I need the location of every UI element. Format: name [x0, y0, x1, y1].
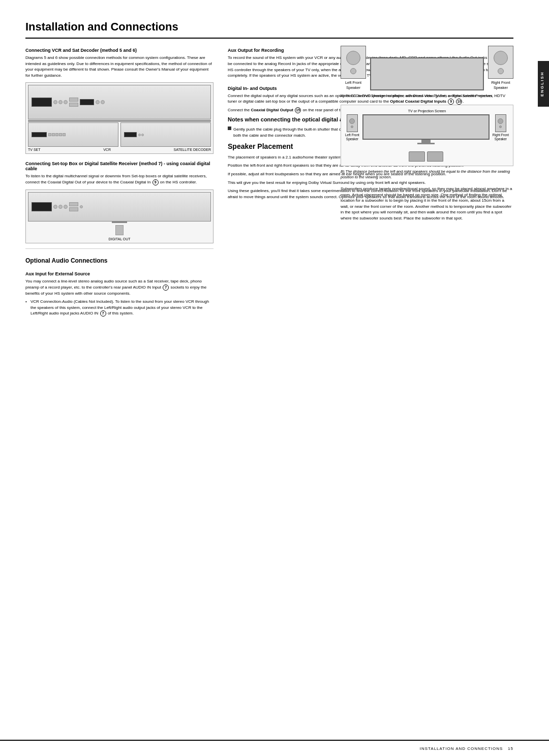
label-diag-b-left1: Left Front — [345, 133, 359, 137]
right-front-speaker-box: Right Front Speaker — [488, 46, 513, 90]
diag-b-tv-screen — [362, 114, 490, 140]
label-left-speaker: Speaker — [346, 85, 360, 90]
cable-line-1 — [28, 120, 211, 122]
ctrl-knob-5 — [101, 100, 105, 104]
right-front-speaker-label: Right Front Speaker — [491, 80, 510, 90]
section2-body2: on the HS controller. — [160, 180, 197, 184]
bullet-item-1: VCR Connection-Audio (Cables Not Include… — [25, 299, 214, 317]
aux-input-body: You may connect a line-level stereo anal… — [25, 278, 214, 296]
label-right-front: Right Front — [491, 80, 510, 85]
page-title: Installation and Connections — [25, 20, 513, 39]
ctrl-knob-6 — [53, 205, 57, 209]
right-speaker-cone-small — [498, 68, 504, 74]
square-bullet-icon — [228, 127, 231, 130]
sat-btn-1 — [138, 134, 141, 136]
circle-9: 9 — [152, 179, 159, 185]
section1-body: Diagrams 5 and 6 show possible connectio… — [25, 55, 214, 78]
section2-title: Connecting Set-top Box or Digital Satell… — [25, 161, 214, 171]
diag-b-left-label: Left Front Speaker — [345, 133, 359, 142]
sat-btn-2 — [141, 134, 144, 136]
left-speaker-cone-small — [350, 68, 356, 74]
left-column: Connecting VCR and Sat Decoder (method 5… — [25, 48, 214, 319]
label-diag-b-left2: Speaker — [346, 137, 358, 141]
diag-b-left-speaker-icon — [347, 114, 358, 132]
device-row-2 — [28, 122, 211, 147]
satellite-device — [120, 122, 211, 147]
diag-b-tv-label: TV or Projection Screen — [345, 109, 509, 113]
subwoofer-body: Subwoofers produce largely nondirectiona… — [341, 186, 513, 222]
speaker-diagram-b: TV or Projection Screen Left Front Speak… — [341, 105, 513, 166]
english-tab: ENGLISH — [538, 61, 549, 107]
diag-b-right-label: Right Front Speaker — [493, 133, 509, 142]
ctrl-knob-9 — [80, 205, 83, 208]
aux-input-title: Aux Input for External Source — [25, 271, 214, 276]
label-diag-b-right1: Right Front — [493, 133, 509, 137]
right-diagrams-overlay: Left Front Speaker Right Front Speaker A… — [341, 46, 513, 224]
diagram1-label-mid: VCR — [103, 148, 111, 151]
footer: INSTALLATION AND CONNECTIONS 15 — [0, 740, 549, 756]
right-front-speaker-icon — [488, 46, 513, 79]
sat-controls — [124, 132, 207, 137]
device-controls-1 — [32, 98, 207, 107]
diag-b-right-speaker-icon — [495, 114, 506, 132]
optional-title: Optional Audio Connections — [25, 257, 214, 264]
diag-b-right-cone-sm — [499, 125, 502, 128]
label-diag-b-right2: Speaker — [495, 137, 507, 141]
speaker-diagram-a: Left Front Speaker Right Front Speaker — [341, 46, 513, 90]
diagram1-labels: TV SET VCR SATELLITE DECODER — [28, 148, 211, 151]
digital-bold-output: Coaxial Digital Output — [251, 108, 293, 112]
caption-b: B) The distance between the left and rig… — [341, 169, 513, 180]
ctrl-rect-4 — [69, 207, 78, 211]
sofa-area — [409, 151, 443, 162]
cable-line-2 — [112, 222, 127, 223]
device-display-2 — [80, 99, 94, 105]
vcr-btn-5 — [63, 133, 66, 136]
diagram1-label-right: SATELLITE DECODER — [174, 148, 211, 151]
ctrl-knob-8 — [64, 205, 68, 209]
diag-b-right-cone-lg — [498, 118, 503, 124]
diag-b-main-row: Left Front Speaker — [345, 114, 509, 162]
bullet1-body2: of this system. — [108, 311, 134, 316]
diagram1-label-left: TV SET — [28, 148, 41, 151]
ctrl-knob-2 — [58, 100, 63, 104]
label-right-speaker: Speaker — [494, 85, 508, 90]
ctrl-knob-1 — [53, 100, 57, 104]
vcr-display — [32, 132, 47, 137]
ctrl-knob-4 — [96, 100, 100, 104]
left-speaker-cone-large — [346, 51, 360, 65]
ctrl-rect-2 — [69, 103, 78, 107]
divider-1 — [25, 248, 214, 249]
device-front-1 — [28, 85, 211, 119]
sat-display — [124, 132, 137, 137]
diagram2: DIGITAL OUT — [25, 190, 214, 243]
sofa-right — [427, 151, 443, 162]
section1-title: Connecting VCR and Sat Decoder (method 5… — [25, 48, 214, 53]
dig-out-label: DIGITAL OUT — [28, 237, 211, 241]
device-controls-2 — [32, 202, 207, 211]
sofa-left — [409, 151, 425, 162]
footer-page-number: 15 — [508, 746, 513, 751]
ctrl-knob-3 — [64, 100, 68, 104]
diag-b-left-speaker: Left Front Speaker — [345, 114, 359, 142]
vcr-device — [28, 122, 118, 147]
circle-15: 15 — [295, 107, 301, 113]
device-display-3 — [32, 202, 52, 211]
diag-b-tv-base — [417, 143, 435, 144]
caption-a: A) Front Channel Speaker Installation wi… — [341, 93, 513, 99]
diag-b-right-speaker: Right Front Speaker — [493, 114, 509, 142]
ctrl-rect-1 — [69, 98, 78, 102]
tv-icon-a — [370, 57, 484, 90]
vcr-btn-1 — [48, 133, 51, 136]
diag-b-tv-center — [362, 114, 490, 162]
vcr-controls — [32, 132, 115, 137]
vcr-btn-4 — [59, 133, 62, 136]
circle-7b: 7 — [100, 310, 106, 317]
label-left-front: Left Front — [345, 80, 361, 85]
left-front-speaker-label: Left Front Speaker — [345, 80, 361, 90]
circle-7: 7 — [163, 285, 169, 291]
connector-plug — [115, 225, 124, 235]
digital-text2: Connect the — [228, 108, 250, 112]
diag-b-left-cone-sm — [351, 125, 353, 128]
diag-b-left-cone-lg — [349, 118, 355, 124]
device-front-2 — [28, 192, 211, 222]
